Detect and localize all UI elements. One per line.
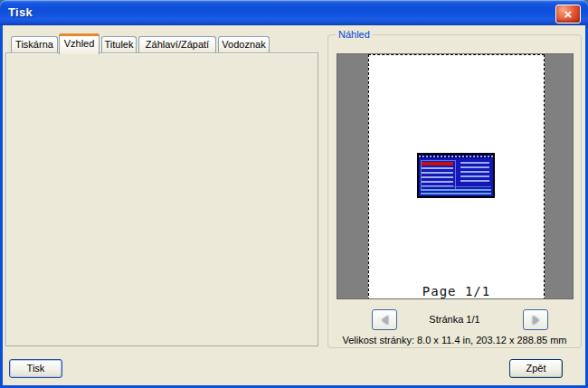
close-icon[interactable]: ×: [555, 5, 581, 24]
tab-page-vzhled: [5, 52, 318, 346]
back-button[interactable]: Zpět: [509, 359, 563, 378]
preview-group: Náhled Page 1/1 Stránka 1/1 V: [327, 34, 582, 348]
window-title: Tisk: [8, 5, 33, 19]
preview-page: Page 1/1: [368, 54, 545, 299]
tab-titulek[interactable]: Titulek: [101, 36, 137, 52]
dialog-body: Tiskárna Vzhled Titulek Záhlaví/Zápatí V…: [3, 25, 585, 385]
print-dialog: Tisk × Tiskárna Vzhled Titulek Záhlaví/Z…: [0, 0, 588, 388]
tab-tiskarna[interactable]: Tiskárna: [11, 36, 58, 52]
print-button[interactable]: Tisk: [9, 359, 62, 378]
page-size-label: Velikost stránky: 8.0 x 11.4 in, 203.12 …: [328, 335, 581, 345]
next-page-button[interactable]: [523, 309, 548, 330]
preview-group-label: Náhled: [336, 29, 373, 40]
tab-vzhled[interactable]: Vzhled: [59, 33, 100, 54]
preview-thumbnail: [417, 153, 495, 198]
title-bar: Tisk ×: [0, 0, 588, 25]
arrow-right-icon: [533, 316, 539, 325]
tab-vodoznak[interactable]: Vodoznak: [218, 36, 270, 52]
tab-zahlavi-zapati[interactable]: Záhlaví/Zápatí: [138, 36, 216, 52]
page-number-label: Page 1/1: [369, 284, 544, 298]
preview-area: Page 1/1: [337, 53, 574, 299]
